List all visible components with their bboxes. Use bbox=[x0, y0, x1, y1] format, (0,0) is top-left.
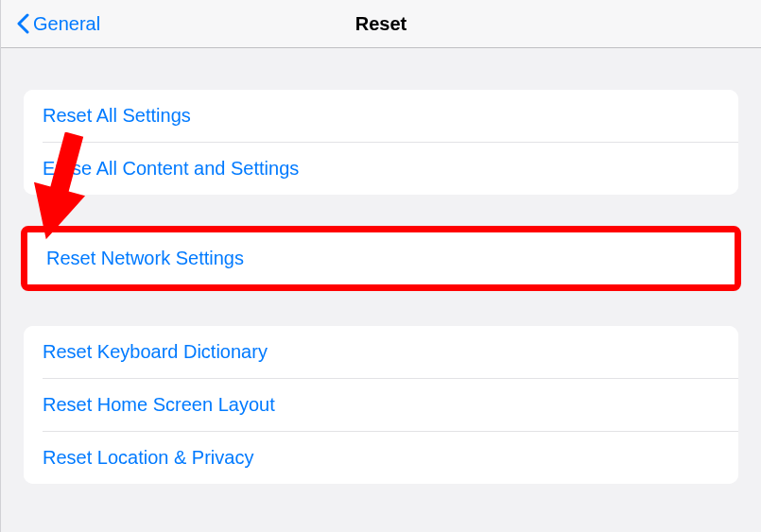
reset-location-privacy[interactable]: Reset Location & Privacy bbox=[24, 432, 738, 484]
back-button[interactable]: General bbox=[16, 13, 100, 35]
reset-keyboard-dictionary[interactable]: Reset Keyboard Dictionary bbox=[24, 326, 738, 378]
reset-all-settings[interactable]: Reset All Settings bbox=[24, 90, 738, 142]
back-label: General bbox=[33, 13, 100, 35]
settings-content: Reset All Settings Erase All Content and… bbox=[1, 90, 761, 484]
erase-all-content[interactable]: Erase All Content and Settings bbox=[24, 143, 738, 195]
chevron-left-icon bbox=[16, 13, 29, 34]
navigation-bar: General Reset bbox=[1, 0, 761, 48]
reset-group-3: Reset Keyboard Dictionary Reset Home Scr… bbox=[24, 326, 738, 484]
page-title: Reset bbox=[355, 13, 406, 35]
reset-network-settings[interactable]: Reset Network Settings bbox=[27, 232, 735, 284]
reset-group-2-highlighted: Reset Network Settings bbox=[21, 226, 741, 291]
reset-home-screen-layout[interactable]: Reset Home Screen Layout bbox=[24, 379, 738, 431]
reset-group-1: Reset All Settings Erase All Content and… bbox=[24, 90, 738, 195]
